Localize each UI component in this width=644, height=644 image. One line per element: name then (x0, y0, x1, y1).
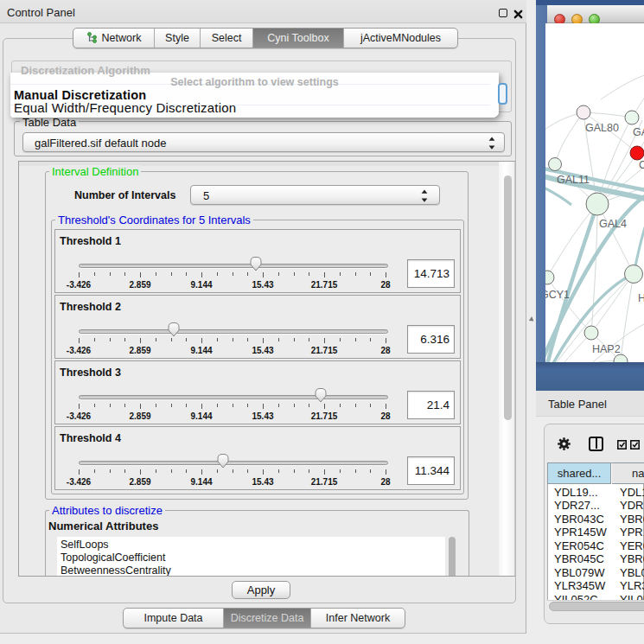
svg-text:GAL11: GAL11 (557, 174, 590, 186)
svg-text:GCY1: GCY1 (545, 289, 570, 301)
svg-text:GAL80: GAL80 (585, 122, 619, 134)
svg-text:GA: GA (633, 126, 644, 138)
svg-text:HAP2: HAP2 (592, 343, 621, 355)
svg-text:C: C (639, 159, 644, 171)
svg-text:H: H (638, 292, 644, 304)
svg-text:GAL4: GAL4 (599, 218, 627, 230)
